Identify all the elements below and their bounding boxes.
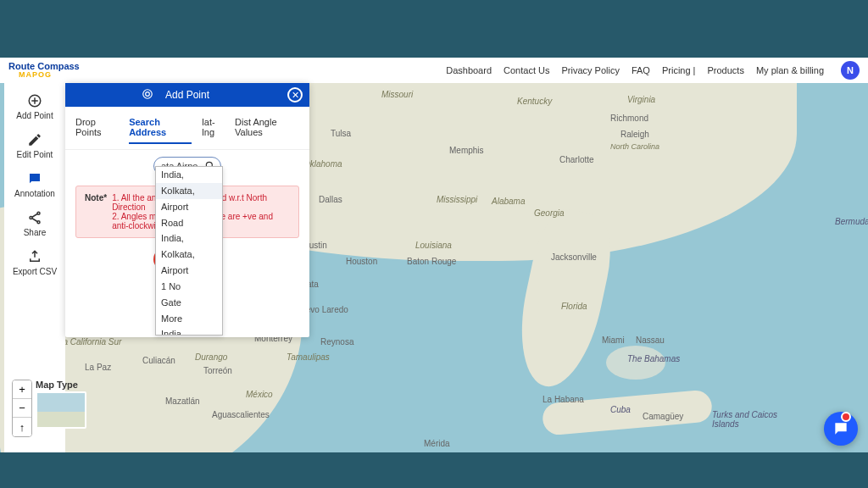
tab-latlng[interactable]: lat-lng [202,117,225,144]
brand-line2: MAPOG [19,71,80,79]
nav-plan[interactable]: My plan & billing [756,65,824,75]
notification-dot [841,412,851,422]
chat-button[interactable] [824,412,858,446]
sidebar-label: Annotation [14,189,55,198]
comment-icon [27,171,42,186]
sidebar-label: Export CSV [13,267,57,276]
suggestion-item[interactable]: Road [156,215,222,231]
share-icon [27,210,42,225]
svg-point-1 [37,212,40,214]
nav-privacy[interactable]: Privacy Policy [561,65,619,75]
sidebar-label: Add Point [16,111,53,120]
tab-search-address[interactable]: Search Address [129,117,192,144]
brand-logo[interactable]: Route Compass MAPOG [8,62,80,79]
suggestion-item[interactable]: India, [156,167,222,183]
map-type[interactable]: Map Type [36,380,86,429]
suggestion-item[interactable]: Airport [156,263,222,279]
bottom-frame [0,452,868,488]
zoom-out-button[interactable]: − [13,399,31,418]
sidebar-item-export[interactable]: Export CSV [13,246,57,280]
north-button[interactable]: ↑ [13,418,31,436]
panel-title: Add Point [165,89,209,101]
panel-tabs: Drop Points Search Address lat-lng Dist … [65,107,309,150]
user-avatar[interactable]: N [841,61,860,80]
map-land [606,346,665,380]
target-icon [142,88,153,100]
svg-point-4 [146,92,150,97]
zoom-in-button[interactable]: + [13,380,31,399]
tab-drop-points[interactable]: Drop Points [75,117,119,144]
top-bar: Route Compass MAPOG Dashboard Contact Us… [0,58,868,83]
suggestion-item[interactable]: More [156,311,222,327]
suggestion-item[interactable]: India, [156,326,222,336]
sidebar-item-share[interactable]: Share [24,207,47,241]
sidebar-label: Share [24,228,47,237]
svg-point-5 [143,90,153,99]
chat-icon [832,420,849,437]
nav-faq[interactable]: FAQ [632,65,650,75]
nav-contact[interactable]: Contact Us [504,65,549,75]
close-icon[interactable]: ✕ [287,87,303,103]
svg-point-2 [30,217,32,219]
svg-point-3 [37,221,40,224]
map-controls: + − ↑ Map Type [12,380,86,437]
suggestion-item[interactable]: 1 No [156,279,222,295]
note-label: Note* [85,193,107,230]
tab-dist-angle[interactable]: Dist Angle Values [235,117,299,144]
pencil-icon [27,132,42,147]
suggestion-item[interactable]: India, [156,230,222,247]
export-icon [27,249,42,264]
panel-header: Add Point ✕ [65,83,309,107]
nav-dashboard[interactable]: Dashboard [446,65,492,75]
sidebar-item-edit-point[interactable]: Edit Point [17,129,53,163]
sidebar-label: Edit Point [17,150,53,159]
nav-products[interactable]: Products [707,65,743,75]
map-type-thumb[interactable] [36,391,86,429]
plus-circle-icon [27,93,42,108]
zoom-controls: + − ↑ [12,380,32,437]
nav-pricing[interactable]: Pricing | [662,65,696,75]
suggestion-item[interactable]: Gate [156,295,222,311]
search-suggestions[interactable]: India, Kolkata, Airport Road India, Kolk… [155,166,223,336]
sidebar-item-add-point[interactable]: Add Point [16,90,53,124]
top-nav: Dashboard Contact Us Privacy Policy FAQ … [446,61,860,80]
suggestion-item[interactable]: Kolkata, [156,247,222,263]
suggestion-item[interactable]: Airport [156,199,222,215]
map-type-label: Map Type [36,380,86,390]
sidebar-item-annotation[interactable]: Annotation [14,168,55,202]
suggestion-item[interactable]: Kolkata, [156,183,222,199]
